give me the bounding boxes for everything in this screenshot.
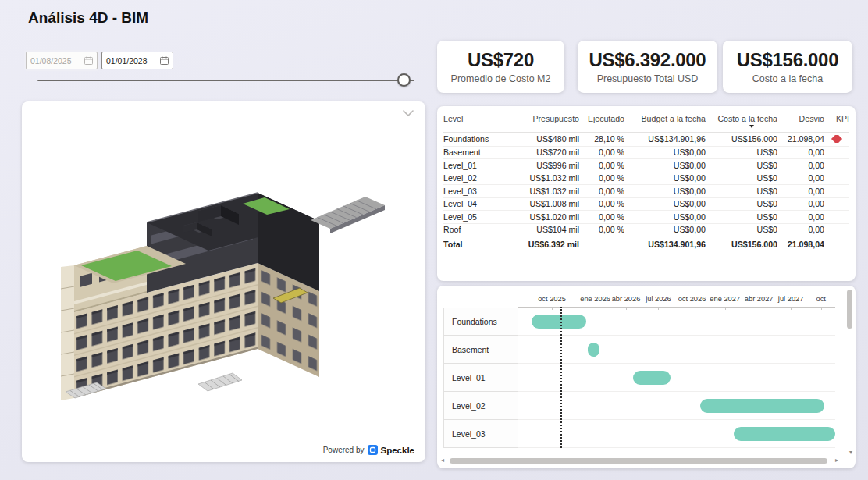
table-cell: US$1.032 mil: [509, 187, 579, 196]
table-cell: US$480 mil: [509, 134, 579, 144]
axis-tick-label: jul 2027: [778, 295, 804, 303]
gantt-row-plot: [518, 420, 835, 448]
building-3d-model[interactable]: [37, 148, 404, 437]
table-cell: Level_04: [443, 199, 509, 208]
gantt-category-label: Level_03: [443, 420, 518, 448]
gantt-axis: oct 2025ene 2026abr 2026jul 2026oct 2026…: [518, 292, 835, 308]
table-cell: US$0: [706, 212, 777, 222]
table-row[interactable]: Level_03US$1.032 mil0,00 %US$0,00US$00,0…: [443, 184, 849, 197]
kpi-card-costo-fecha: US$156.000 Costo a la fecha: [723, 41, 852, 93]
table-row[interactable]: RoofUS$104 mil0,00 %US$0,00US$00,00: [443, 223, 849, 236]
column-header-ejecutado[interactable]: Ejecutado: [579, 114, 624, 123]
kpi-red-diamond-icon: [831, 135, 842, 143]
table-cell: Foundations: [443, 134, 509, 144]
table-cell: US$0,00: [624, 161, 706, 170]
table-cell: US$0,00: [624, 173, 706, 183]
gantt-bar[interactable]: [700, 399, 824, 413]
table-cell: US$0: [706, 148, 777, 157]
axis-tick-label: jul 2026: [646, 295, 671, 303]
table-cell: US$996 mil: [509, 161, 579, 170]
scroll-right-icon[interactable]: ▸: [835, 457, 838, 464]
vertical-scrollbar[interactable]: [847, 290, 852, 329]
table-cell: US$0,00: [624, 212, 706, 222]
table-cell: 0,00: [777, 187, 824, 196]
table-cell: US$1.020 mil: [509, 212, 579, 222]
gantt-category-label: Level_02: [443, 392, 518, 420]
axis-tick-label: ene 2026: [580, 295, 610, 303]
kpi-label: Presupuesto Total USD: [597, 73, 699, 84]
column-header-presupuesto[interactable]: Presupuesto: [509, 114, 579, 123]
table-header-row: Level Presupuesto Ejecutado Budget a la …: [443, 111, 849, 133]
table-cell: 0,00 %: [579, 161, 624, 170]
slider-track[interactable]: [37, 80, 414, 81]
viewer-3d-card: Powered by Speckle: [22, 101, 425, 462]
gantt-row: Level_03: [443, 420, 835, 448]
table-row[interactable]: BasementUS$720 mil0,00 %US$0,00US$00,00: [443, 146, 849, 159]
kpi-label: Costo a la fecha: [752, 73, 823, 84]
gantt-bar[interactable]: [532, 315, 586, 329]
gantt-category-label: Basement: [443, 336, 518, 364]
table-cell: 21.098,04: [777, 134, 824, 144]
gantt-category-label: Foundations: [443, 308, 518, 336]
axis-tick-label: ene 2027: [710, 295, 740, 303]
table-row[interactable]: Level_02US$1.032 mil0,00 %US$0,00US$00,0…: [443, 172, 849, 185]
column-header-level[interactable]: Level: [443, 114, 509, 123]
table-cell: Level_02: [443, 173, 509, 183]
column-header-kpi[interactable]: KPI: [824, 114, 849, 123]
table-cell: US$0,00: [624, 225, 706, 234]
total-cell: US$6.392 mil: [509, 240, 579, 249]
horizontal-scrollbar[interactable]: [450, 458, 827, 464]
gantt-row-plot: [518, 392, 835, 420]
table-cell: US$1.008 mil: [509, 199, 579, 208]
table-cell: US$134.901,96: [624, 134, 706, 144]
speckle-brand[interactable]: Speckle: [381, 446, 414, 455]
table-row[interactable]: Level_01US$996 mil0,00 %US$0,00US$00,00: [443, 158, 849, 172]
table-cell: Basement: [443, 148, 509, 157]
slider-handle[interactable]: [397, 73, 411, 87]
annex-canopy: [311, 197, 385, 233]
kpi-value: US$720: [468, 49, 534, 71]
column-header-budget[interactable]: Budget a la fecha: [624, 114, 706, 123]
table-cell: US$1.032 mil: [509, 173, 579, 183]
table-cell: US$156.000: [706, 134, 777, 144]
scroll-down-icon[interactable]: ▾: [849, 450, 852, 456]
gantt-bar[interactable]: [734, 427, 835, 441]
column-header-desvio[interactable]: Desvio: [777, 114, 824, 123]
total-cell: US$134.901,96: [624, 240, 706, 249]
cost-table-body: FoundationsUS$480 mil28,10 %US$134.901,9…: [443, 133, 849, 236]
axis-tick-label: abr 2027: [745, 295, 774, 303]
dashboard-page: Análisis 4D - BIM 01/08/2025 01/01/2028: [0, 0, 868, 480]
table-cell: US$0: [706, 187, 777, 196]
kpi-card-presupuesto-total: US$6.392.000 Presupuesto Total USD: [578, 41, 717, 93]
gantt-bar[interactable]: [633, 371, 671, 385]
speckle-logo-icon: [368, 445, 378, 455]
table-row[interactable]: FoundationsUS$480 mil28,10 %US$134.901,9…: [443, 133, 849, 146]
gantt-row-plot: [518, 336, 835, 364]
table-row[interactable]: Level_04US$1.008 mil0,00 %US$0,00US$00,0…: [443, 197, 849, 211]
kpi-card-promedio-costo: US$720 Promedio de Costo M2: [437, 41, 564, 93]
table-cell: US$0,00: [624, 187, 706, 196]
gantt-row-plot: [518, 308, 835, 336]
scroll-left-icon[interactable]: ◂: [441, 457, 444, 464]
table-cell: Roof: [443, 225, 509, 234]
date-slider: [37, 45, 414, 92]
gantt-row: Foundations: [443, 308, 835, 336]
kpi-value: US$156.000: [737, 49, 838, 71]
table-cell: US$0: [706, 161, 777, 170]
powered-by-label: Powered by: [323, 446, 365, 454]
axis-tick-label: abr 2026: [612, 295, 641, 303]
table-cell: US$0: [706, 225, 777, 234]
table-cell: US$0: [706, 173, 777, 183]
gantt-rows: FoundationsBasementLevel_01Level_02Level…: [443, 308, 835, 448]
powered-by: Powered by Speckle: [323, 445, 414, 455]
gantt-row-plot: [518, 364, 835, 392]
column-header-costo[interactable]: Costo a la fecha: [706, 114, 777, 128]
gantt-bar[interactable]: [588, 343, 599, 357]
table-cell: 0,00 %: [579, 148, 624, 157]
gantt-category-label: Level_01: [443, 364, 518, 392]
table-cell: 0,00: [777, 199, 824, 208]
chevron-down-icon[interactable]: [402, 109, 414, 117]
table-cell: 0,00 %: [579, 212, 624, 222]
table-cell: 0,00 %: [579, 199, 624, 208]
table-row[interactable]: Level_05US$1.020 mil0,00 %US$0,00US$00,0…: [443, 210, 849, 223]
